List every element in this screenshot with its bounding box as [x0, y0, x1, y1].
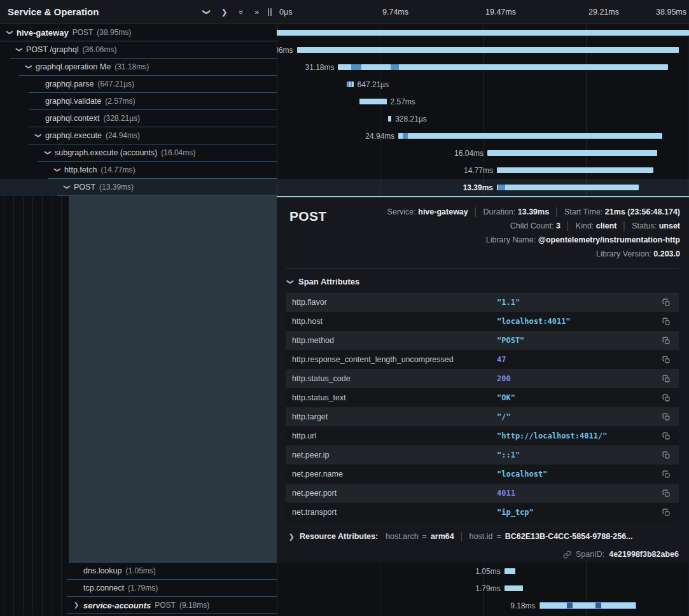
bar-segment: [391, 64, 399, 70]
expand-deep-icon[interactable]: »: [254, 8, 259, 16]
chevron-down-icon[interactable]: ❯: [54, 167, 60, 173]
span-row[interactable]: ❯graphql.execute(24.94ms)24.94ms: [0, 127, 689, 144]
span-row[interactable]: dns.lookup(1.05ms)1.05ms: [0, 563, 689, 580]
collapse-all-icon[interactable]: ❯: [203, 8, 211, 15]
meta-line: Library Name: @opentelemetry/instrumenta…: [326, 233, 680, 247]
attribute-key: http.host: [292, 317, 497, 326]
span-row[interactable]: ❯graphql.operation Me(31.18ms)31.18ms: [0, 59, 689, 76]
span-bar[interactable]: [359, 99, 387, 104]
span-bar[interactable]: [347, 81, 354, 87]
attribute-value: "POST": [497, 336, 660, 345]
span-bar[interactable]: [497, 167, 653, 173]
span-row[interactable]: ❯hive-gatewayPOST(38.95ms)38.95ms: [0, 24, 689, 41]
tick-label: 19.47ms: [485, 8, 516, 17]
span-bar-cell: 31.18ms: [277, 59, 689, 76]
attribute-key: http.url: [292, 431, 497, 440]
attribute-value: "localhost:4011": [497, 317, 660, 326]
span-tree-cell: ❯POST /graphql(36.06ms): [0, 41, 277, 59]
separator: │: [566, 221, 571, 230]
attribute-key: http.response_content_length_uncompresse…: [292, 355, 497, 364]
copy-icon[interactable]: [660, 315, 672, 328]
copy-icon[interactable]: [660, 353, 672, 366]
span-row[interactable]: graphql.parse(647.21µs)647.21µs: [0, 76, 689, 93]
span-name: service-accounts: [83, 601, 151, 610]
span-meta: Service: hive-gateway│Duration: 13.39ms│…: [326, 204, 680, 261]
chevron-down-icon[interactable]: ❯: [35, 132, 41, 139]
span-tree-cell: tcp.connect(1.79ms): [0, 580, 277, 597]
span-name: graphql.parse: [45, 80, 94, 88]
span-bar[interactable]: [388, 116, 391, 122]
span-name: graphql.validate: [45, 97, 101, 106]
span-duration: (31.18ms): [115, 62, 149, 71]
span-bar[interactable]: [277, 30, 689, 36]
span-bar[interactable]: [505, 568, 515, 574]
chevron-down-icon[interactable]: ❯: [16, 46, 22, 53]
span-bar-cell: 16.04ms: [277, 144, 689, 162]
span-row[interactable]: ❯http.fetch(14.77ms)14.77ms: [0, 162, 689, 179]
resource-attributes-row[interactable]: ❯ Resource Attributes: host.arch=arm64│h…: [288, 532, 678, 541]
span-bar[interactable]: [487, 150, 657, 156]
span-duration: (2.57ms): [105, 97, 135, 106]
span-bar[interactable]: [338, 64, 668, 70]
expand-all-icon[interactable]: ❯: [221, 8, 228, 16]
bar-segment: [351, 81, 352, 87]
span-row[interactable]: ❯POST(13.39ms)13.39ms: [0, 179, 689, 196]
resource-key: host.arch: [386, 532, 418, 541]
span-bar[interactable]: [297, 47, 679, 53]
chevron-down-icon[interactable]: ❯: [6, 29, 13, 36]
chevron-down-icon[interactable]: ❯: [45, 150, 51, 156]
copy-icon[interactable]: [660, 487, 672, 500]
duration-label: 36.06ms: [277, 46, 293, 55]
span-attributes-table: http.flavor"1.1"http.host"localhost:4011…: [286, 293, 679, 522]
tree-header-icons: ❯❯»»: [204, 8, 260, 16]
span-row[interactable]: graphql.context(328.21µs)328.21µs: [0, 110, 689, 127]
span-bar[interactable]: [497, 185, 639, 190]
panel-resize-handle[interactable]: [267, 6, 273, 18]
span-tree-cell: ❯hive-gatewayPOST(38.95ms): [0, 24, 277, 41]
link-icon[interactable]: [563, 550, 571, 559]
span-bar-cell: 328.21µs: [277, 110, 689, 127]
span-id-label: SpanID:: [576, 550, 604, 559]
copy-icon[interactable]: [660, 334, 672, 347]
copy-icon[interactable]: [660, 449, 672, 461]
copy-icon[interactable]: [660, 391, 672, 404]
span-bar-cell: 14.77ms: [277, 162, 689, 179]
chevron-down-icon[interactable]: ❯: [64, 184, 70, 190]
duration-label: 31.18ms: [305, 63, 334, 72]
attribute-key: net.peer.port: [292, 489, 497, 498]
span-row[interactable]: tcp.connect(1.79ms)1.79ms: [0, 580, 689, 597]
span-row[interactable]: ❯subgraph.execute (accounts)(16.04ms)16.…: [0, 144, 689, 162]
tree-header: Service & Operation ❯❯»»: [0, 0, 277, 24]
chevron-right-icon[interactable]: ❯: [73, 602, 80, 608]
meta-label: Status:: [632, 221, 658, 230]
span-bar[interactable]: [398, 133, 662, 139]
span-bar-cell: 1.79ms: [277, 580, 689, 597]
copy-icon[interactable]: [660, 372, 672, 385]
copy-icon[interactable]: [660, 410, 672, 423]
span-row[interactable]: ❯service-accountsPOST(9.18ms)9.18ms: [0, 597, 689, 614]
span-row[interactable]: ❯POST /graphql(36.06ms)36.06ms: [0, 41, 689, 59]
resource-value: arm64: [431, 532, 454, 541]
span-bar-cell: 647.21µs: [277, 76, 689, 93]
span-attributes-toggle[interactable]: ❯ Span Attributes: [287, 277, 680, 286]
duration-label: 2.57ms: [391, 97, 415, 106]
span-name: graphql.context: [45, 114, 99, 123]
tick-label: 38.95ms: [656, 8, 686, 17]
chevron-down-icon[interactable]: ❯: [25, 64, 32, 70]
duration-label: 328.21µs: [395, 115, 427, 123]
copy-icon[interactable]: [660, 506, 672, 519]
attribute-row: http.target"/": [286, 407, 679, 426]
span-duration: (328.21µs): [103, 114, 140, 123]
span-bar[interactable]: [539, 602, 637, 609]
span-bar[interactable]: [505, 585, 524, 591]
span-row[interactable]: graphql.validate(2.57ms)2.57ms: [0, 93, 689, 110]
copy-icon[interactable]: [660, 430, 672, 442]
copy-icon[interactable]: [660, 296, 672, 309]
meta-label: Start Time:: [564, 207, 605, 216]
chevron-right-icon: ❯: [288, 533, 295, 540]
copy-icon[interactable]: [660, 468, 672, 480]
duration-label: 1.79ms: [475, 584, 500, 593]
span-tree-cell: ❯subgraph.execute (accounts)(16.04ms): [0, 144, 277, 162]
span-bar-cell: 2.57ms: [277, 93, 689, 110]
collapse-deep-icon[interactable]: »: [237, 10, 245, 14]
